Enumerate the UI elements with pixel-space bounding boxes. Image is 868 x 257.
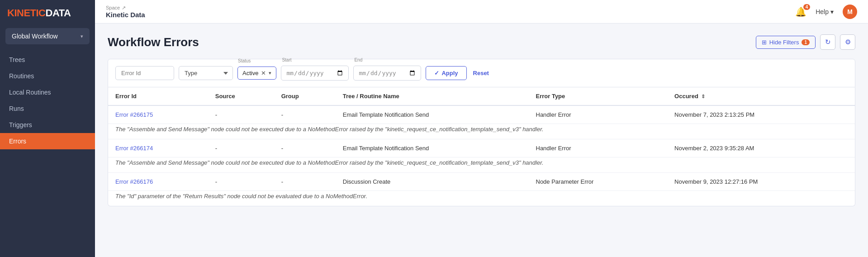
sidebar-item-errors[interactable]: Errors: [0, 133, 95, 149]
errors-table: Error Id Source Group Tree / Routine Nam…: [108, 87, 855, 206]
cell-error-id: Error #266176: [108, 173, 208, 191]
sidebar-item-local-routines[interactable]: Local Routines: [0, 84, 95, 100]
col-source: Source: [208, 87, 274, 105]
status-clear-icon[interactable]: ✕: [261, 70, 266, 76]
sidebar-nav: Trees Routines Local Routines Runs Trigg…: [0, 52, 95, 149]
error-detail: The "Id" parameter of the "Return Result…: [108, 191, 855, 206]
page-header: Workflow Errors ⊞ Hide Filters 1 ↻ ⚙: [108, 34, 855, 50]
space-label: Space: [106, 5, 120, 10]
logo-area: KINETICDATA: [0, 0, 95, 28]
cell-occurred: November 9, 2023 12:27:16 PM: [667, 173, 855, 191]
refresh-icon: ↻: [825, 38, 831, 46]
type-select[interactable]: Type: [179, 66, 233, 80]
cell-tree-routine-name: Email Template Notification Send: [336, 139, 529, 157]
page-content: Workflow Errors ⊞ Hide Filters 1 ↻ ⚙ Typ…: [95, 24, 868, 257]
cell-occurred: November 2, 2023 9:35:28 AM: [667, 139, 855, 157]
cell-source: -: [208, 139, 274, 157]
settings-button[interactable]: ⚙: [840, 34, 855, 50]
sidebar-item-runs[interactable]: Runs: [0, 100, 95, 117]
topbar-title: Kinetic Data: [106, 11, 145, 19]
status-label: Status: [238, 58, 251, 63]
context-chevron-icon: ▾: [81, 33, 83, 39]
status-filter-wrap: Status Active ✕ ▾: [237, 67, 276, 80]
cell-tree-routine-name: Email Template Notification Send: [336, 105, 529, 124]
detail-row: The "Assemble and Send Message" node cou…: [108, 157, 855, 173]
reset-button[interactable]: Reset: [471, 67, 491, 80]
refresh-button[interactable]: ↻: [820, 34, 835, 50]
col-error-type: Error Type: [529, 87, 668, 105]
header-actions: ⊞ Hide Filters 1 ↻ ⚙: [756, 34, 855, 50]
help-chevron-icon: ▾: [830, 8, 834, 15]
table-header-row: Error Id Source Group Tree / Routine Nam…: [108, 87, 855, 105]
user-avatar[interactable]: M: [843, 5, 857, 19]
cell-group: -: [274, 173, 336, 191]
detail-row: The "Assemble and Send Message" node cou…: [108, 124, 855, 139]
main-area: Space ↗ Kinetic Data 🔔 4 Help ▾ M Workfl…: [95, 0, 868, 257]
cell-error-id: Error #266175: [108, 105, 208, 124]
context-selector[interactable]: Global Workflow ▾: [5, 28, 90, 44]
col-occurred[interactable]: Occured ⇕: [667, 87, 855, 105]
logo-kinetic: KINETIC: [7, 7, 46, 19]
table-row: Error #266174 - - Email Template Notific…: [108, 139, 855, 157]
start-date-label: Start: [282, 57, 291, 62]
end-date-label: End: [354, 57, 362, 62]
cell-occurred: November 7, 2023 2:13:25 PM: [667, 105, 855, 124]
error-link[interactable]: Error #266175: [115, 111, 153, 118]
topbar-space: Space ↗: [106, 5, 145, 11]
apply-button[interactable]: ✓ Apply: [426, 66, 466, 80]
notification-badge: 4: [803, 4, 811, 10]
cell-group: -: [274, 105, 336, 124]
table-body: Error #266175 - - Email Template Notific…: [108, 105, 855, 206]
col-tree-routine-name: Tree / Routine Name: [336, 87, 529, 105]
table-row: Error #266176 - - Discussion Create Node…: [108, 173, 855, 191]
hide-filters-button[interactable]: ⊞ Hide Filters 1: [756, 36, 816, 49]
error-link[interactable]: Error #266174: [115, 145, 153, 152]
topbar-left: Space ↗ Kinetic Data: [106, 5, 145, 19]
status-select[interactable]: Active ✕ ▾: [237, 67, 276, 80]
logo-data: DATA: [46, 7, 71, 19]
filter-count-badge: 1: [802, 39, 810, 45]
space-arrow-icon: ↗: [122, 5, 126, 11]
logo: KINETICDATA: [7, 7, 71, 19]
apply-label: Apply: [441, 70, 458, 76]
detail-row: The "Id" parameter of the "Return Result…: [108, 191, 855, 206]
end-date-input[interactable]: [353, 66, 421, 81]
error-detail: The "Assemble and Send Message" node cou…: [108, 157, 855, 173]
filter-row: Type Status Active ✕ ▾ Start End ✓ App: [108, 59, 855, 87]
table-row: Error #266175 - - Email Template Notific…: [108, 105, 855, 124]
sidebar-item-routines[interactable]: Routines: [0, 68, 95, 84]
cell-source: -: [208, 105, 274, 124]
end-date-wrap: End: [353, 66, 421, 81]
topbar-right: 🔔 4 Help ▾ M: [795, 5, 857, 19]
col-error-id: Error Id: [108, 87, 208, 105]
status-value: Active: [242, 70, 258, 76]
cell-error-type: Handler Error: [529, 139, 668, 157]
sidebar-item-trees[interactable]: Trees: [0, 52, 95, 68]
check-icon: ✓: [434, 70, 439, 76]
cell-error-id: Error #266174: [108, 139, 208, 157]
error-id-input[interactable]: [115, 66, 174, 80]
help-button[interactable]: Help ▾: [816, 8, 834, 15]
hide-filters-label: Hide Filters: [769, 39, 799, 46]
page-title: Workflow Errors: [108, 35, 199, 49]
cell-tree-routine-name: Discussion Create: [336, 173, 529, 191]
cell-source: -: [208, 173, 274, 191]
error-detail: The "Assemble and Send Message" node cou…: [108, 124, 855, 139]
start-date-input[interactable]: [281, 66, 349, 81]
cell-error-type: Handler Error: [529, 105, 668, 124]
sidebar-item-triggers[interactable]: Triggers: [0, 117, 95, 133]
col-group: Group: [274, 87, 336, 105]
error-link[interactable]: Error #266176: [115, 178, 153, 185]
sort-icon[interactable]: ⇕: [701, 94, 705, 99]
cell-error-type: Node Parameter Error: [529, 173, 668, 191]
status-chevron-icon: ▾: [269, 70, 271, 76]
start-date-wrap: Start: [281, 66, 349, 81]
help-label: Help: [816, 8, 829, 15]
filter-icon: ⊞: [762, 39, 767, 46]
cell-group: -: [274, 139, 336, 157]
context-label: Global Workflow: [12, 33, 58, 40]
notifications-button[interactable]: 🔔 4: [795, 6, 806, 17]
errors-table-wrap: Error Id Source Group Tree / Routine Nam…: [108, 87, 855, 206]
topbar: Space ↗ Kinetic Data 🔔 4 Help ▾ M: [95, 0, 868, 24]
gear-icon: ⚙: [845, 38, 851, 46]
